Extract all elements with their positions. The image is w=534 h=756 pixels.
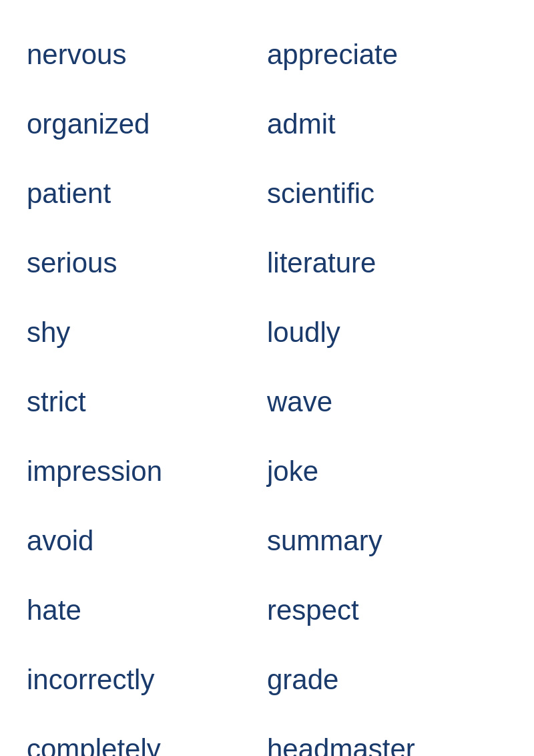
word-left-0: nervous [27,20,267,89]
word-left-7: avoid [27,506,267,576]
word-right-0: appreciate [267,20,507,89]
word-left-6: impression [27,437,267,506]
word-left-2: patient [27,159,267,228]
word-right-9: grade [267,645,507,715]
word-left-3: serious [27,228,267,298]
word-left-5: strict [27,367,267,437]
word-right-10: headmaster [267,715,507,756]
word-right-7: summary [267,506,507,576]
word-right-8: respect [267,576,507,645]
word-grid: nervousappreciateorganizedadmitpatientsc… [27,20,507,756]
word-right-4: loudly [267,298,507,367]
word-left-8: hate [27,576,267,645]
word-right-1: admit [267,89,507,159]
word-left-4: shy [27,298,267,367]
word-right-3: literature [267,228,507,298]
word-left-9: incorrectly [27,645,267,715]
word-left-10: completely [27,715,267,756]
word-left-1: organized [27,89,267,159]
word-right-2: scientific [267,159,507,228]
word-right-5: wave [267,367,507,437]
word-right-6: joke [267,437,507,506]
